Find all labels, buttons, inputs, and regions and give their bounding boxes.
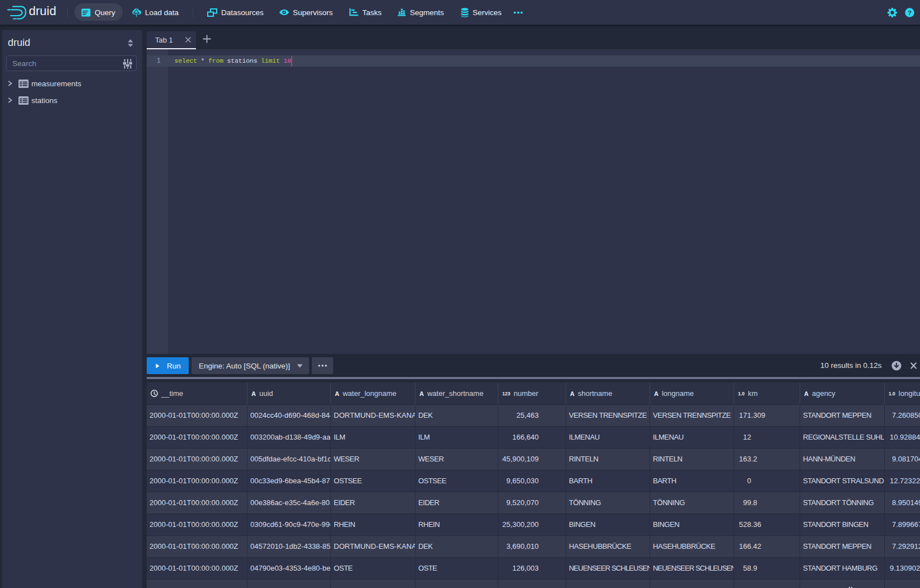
svg-text:?: ? [908,9,912,16]
